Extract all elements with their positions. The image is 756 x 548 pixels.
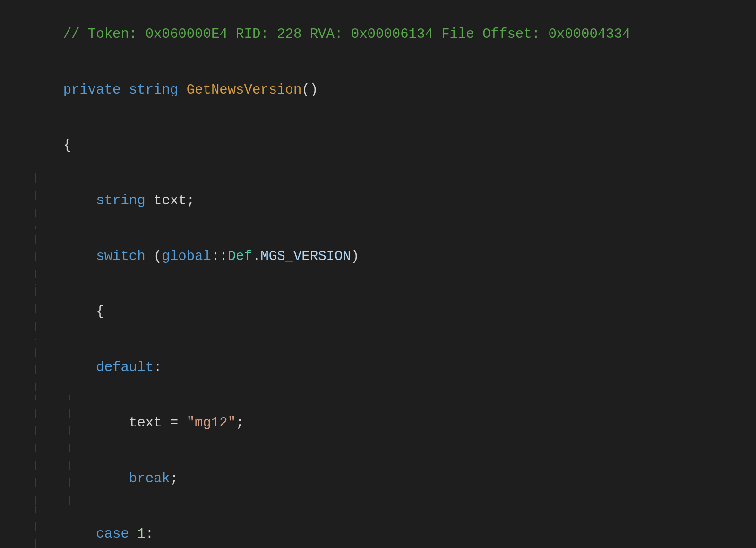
code-line: switch (global::Def.MGS_VERSION) xyxy=(0,229,756,284)
method-name: GetNewsVersion xyxy=(187,82,302,98)
dot: . xyxy=(252,249,260,264)
keyword-string: string xyxy=(129,82,178,98)
keyword-string: string xyxy=(96,193,145,209)
code-editor[interactable]: // Token: 0x060000E4 RID: 228 RVA: 0x000… xyxy=(0,0,756,548)
keyword-case: case xyxy=(96,526,129,542)
code-line: { xyxy=(0,118,756,173)
code-line: private string GetNewsVersion() xyxy=(0,62,756,117)
assign-text: text = xyxy=(129,415,187,431)
keyword-global: global xyxy=(162,249,211,264)
brace-open: { xyxy=(63,138,71,153)
paren-open: ( xyxy=(146,249,162,264)
number-literal: 1 xyxy=(137,526,145,542)
keyword-switch: switch xyxy=(96,249,145,264)
colon: : xyxy=(154,360,162,375)
code-line: text = "mg12"; xyxy=(0,395,756,451)
keyword-private: private xyxy=(63,82,121,98)
code-line: break; xyxy=(0,451,756,506)
code-line: // Token: 0x060000E4 RID: 228 RVA: 0x000… xyxy=(0,7,756,62)
colon: : xyxy=(146,526,154,542)
keyword-default: default xyxy=(96,360,154,375)
code-line: { xyxy=(0,284,756,339)
parens: () xyxy=(301,82,318,98)
semicolon: ; xyxy=(170,471,178,487)
double-colon: :: xyxy=(211,249,228,264)
class-name: Def xyxy=(228,249,252,264)
paren-close: ) xyxy=(351,249,359,264)
string-literal: "mg12" xyxy=(187,415,236,431)
code-line: case 1: xyxy=(0,506,756,548)
brace-open: { xyxy=(96,304,104,320)
keyword-break: break xyxy=(129,471,170,487)
comment-token: // Token: 0x060000E4 RID: 228 RVA: 0x000… xyxy=(63,26,631,42)
code-line: string text; xyxy=(0,173,756,228)
const-name: MGS_VERSION xyxy=(260,249,351,264)
semicolon: ; xyxy=(236,415,244,431)
code-line: default: xyxy=(0,340,756,395)
variable-decl: text; xyxy=(146,193,195,209)
